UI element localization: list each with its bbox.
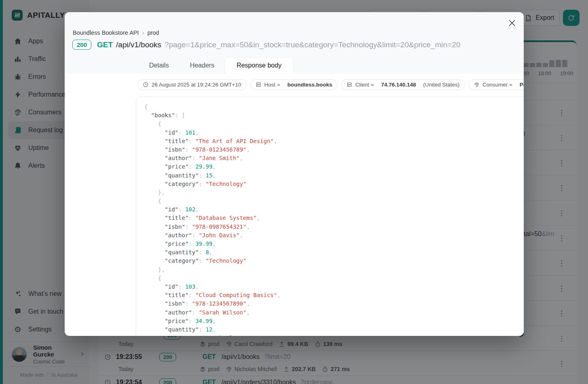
json-line: "price": 34.99, <box>144 317 524 325</box>
app-root: APITALLY Apps Traffic Errors Performance <box>0 0 588 384</box>
json-line: }, <box>144 266 524 274</box>
fingerprint-icon <box>474 82 480 88</box>
json-line: { <box>144 103 524 111</box>
status-badge: 200 <box>72 40 91 50</box>
json-line: "author": "Sarah Wilson", <box>144 308 524 317</box>
json-line: "quantity": 15, <box>144 171 524 180</box>
json-line: "books": [ <box>144 111 524 120</box>
json-line: "category": "Technology" <box>144 257 524 265</box>
request-path: /api/v1/books <box>116 40 161 49</box>
json-line: }, <box>144 188 524 197</box>
host-chip: Host = boundless.books <box>250 79 337 90</box>
request-meta-chips: 26 August 2025 at 19:24:26 GMT+10 Host =… <box>137 79 524 90</box>
request-detail-modal: Boundless Bookstore API › prod 200 GET /… <box>65 12 524 336</box>
json-line: "quantity": 8, <box>144 248 524 257</box>
close-icon[interactable] <box>507 18 517 28</box>
tab-response-body[interactable]: Response body <box>225 57 293 74</box>
client-chip: Client = 74.76.140.148 (United States) <box>341 79 465 90</box>
timestamp-chip: 26 August 2025 at 19:24:26 GMT+10 <box>137 79 247 90</box>
json-line: "author": "Jane Smith", <box>144 154 524 162</box>
tab-details[interactable]: Details <box>139 57 179 74</box>
json-line: "price": 39.99, <box>144 240 524 248</box>
json-line: "title": "The Art of API Design", <box>144 137 524 146</box>
request-method: GET <box>97 40 113 49</box>
tab-headers[interactable]: Headers <box>179 57 225 74</box>
request-query: ?page=1&price_max=50&in_stock=true&categ… <box>164 40 460 49</box>
modal-header: Boundless Bookstore API › prod 200 GET /… <box>65 12 524 74</box>
server-icon <box>255 82 261 88</box>
breadcrumb: Boundless Bookstore API › prod <box>73 29 159 36</box>
server-icon <box>346 82 352 88</box>
json-line: "id": 102, <box>144 205 524 214</box>
breadcrumb-app[interactable]: Boundless Bookstore API <box>73 30 139 36</box>
consumer-chip: Consumer = Paul Cohen <box>468 79 524 90</box>
json-line: "title": "Cloud Computing Basics", <box>144 291 524 300</box>
json-line: "category": "Technology" <box>144 334 524 336</box>
json-line: "category": "Technology" <box>144 180 524 188</box>
clock-icon <box>143 82 149 88</box>
breadcrumb-env[interactable]: prod <box>148 30 159 36</box>
json-line: "author": "John Davis", <box>144 231 524 240</box>
json-line: { <box>144 274 524 283</box>
json-line: "title": "Database Systems", <box>144 214 524 222</box>
json-line: "id": 101, <box>144 129 524 137</box>
modal-tabs: Details Headers Response body <box>139 57 293 74</box>
json-line: "isbn": "978-0123456789", <box>144 146 524 154</box>
json-line: "isbn": "978-1234567890", <box>144 300 524 308</box>
chevron-right-icon: › <box>142 29 144 36</box>
json-line: "isbn": "978-0987654321", <box>144 223 524 231</box>
response-body-json: { "books": [ { "id": 101, "title": "The … <box>136 97 524 336</box>
json-line: "id": 103, <box>144 283 524 291</box>
request-summary: 200 GET /api/v1/books ?page=1&price_max=… <box>72 40 460 50</box>
json-line: { <box>144 197 524 205</box>
json-line: "price": 29.99, <box>144 162 524 171</box>
json-line: "quantity": 12, <box>144 325 524 334</box>
json-line: { <box>144 120 524 128</box>
